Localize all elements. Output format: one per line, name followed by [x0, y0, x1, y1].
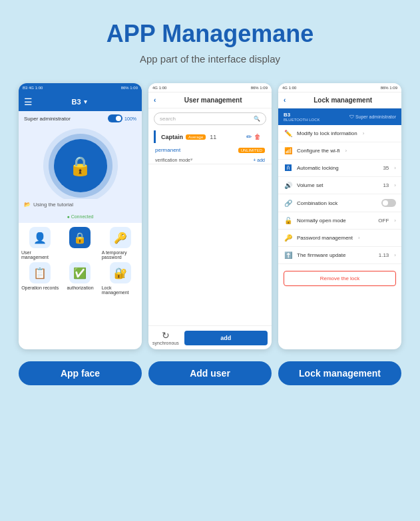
chevron-modify: › — [363, 130, 365, 136]
status-left-2: 4G 1:00 — [152, 86, 166, 90]
status-right-1: 86% 1:00 — [121, 86, 138, 90]
firmware-icon: ⬆️ — [284, 252, 293, 259]
toggle-value: 100% — [124, 116, 136, 121]
sync-label[interactable]: ↻ synchronous — [152, 330, 179, 345]
status-right-3: 86% 1:09 — [381, 86, 397, 90]
screen-lock-management: 4G 1:00 86% 1:09 ‹ Lock management B3 BL… — [278, 83, 401, 349]
search-icon: 🔍 — [254, 116, 260, 122]
s3-menu-modify[interactable]: ✏️ Modify to lock information › — [278, 125, 401, 142]
s3-lock-info: B3 BLUETOOTH LOCK 🛡 Super administrator — [278, 108, 401, 125]
open-mode-icon: 🔓 — [284, 217, 293, 224]
lock-btn-icon: 🔒 — [69, 227, 91, 248]
s2-nav: ‹ User management — [148, 92, 272, 108]
back-icon-2[interactable]: ‹ — [154, 96, 156, 104]
s1-nav: ☰ B3 ▾ — [19, 92, 142, 111]
status-bar-3: 4G 1:00 86% 1:09 — [278, 83, 401, 92]
verify-label: verification mode — [155, 158, 190, 162]
modify-icon: ✏️ — [284, 130, 293, 137]
user-management-icon: 👤 — [29, 227, 51, 248]
chevron-volume: › — [394, 182, 396, 188]
chevron-auto: › — [394, 165, 396, 171]
captain-count: 11 — [210, 134, 216, 140]
s2-search-bar[interactable]: search 🔍 — [154, 112, 266, 125]
add-link[interactable]: + add — [253, 158, 265, 162]
s1-title: B3 ▾ — [71, 98, 87, 106]
s1-icons-grid: 👤 User management 🔒 🔑 A temporary passwo… — [19, 223, 142, 299]
chevron-password: › — [358, 235, 360, 241]
back-icon-3[interactable]: ‹ — [284, 96, 286, 104]
average-badge: Average — [186, 134, 206, 140]
lock-management-icon: 🔐 — [110, 262, 131, 283]
remove-lock-button[interactable]: Remove the lock — [284, 271, 396, 286]
chevron-open: › — [394, 218, 396, 224]
s3-menu-auto-lock[interactable]: 🅰 Automatic locking 35 › — [278, 160, 401, 177]
s2-spacer — [148, 164, 272, 325]
s3-admin-label: 🛡 Super administrator — [349, 114, 396, 119]
delete-icon[interactable]: 🗑 — [254, 133, 261, 140]
edit-icon[interactable]: ✏ — [246, 133, 252, 140]
s1-connected: ● Connected — [19, 214, 142, 223]
chevron-wifi: › — [345, 148, 347, 154]
status-left-1: B3 4G 1:00 — [23, 86, 43, 90]
volume-value: 13 — [383, 182, 389, 188]
add-user-button[interactable]: add — [184, 331, 268, 345]
s3-menu-volume[interactable]: 🔊 Volume set 13 › — [278, 177, 401, 194]
temp-password-icon: 🔑 — [110, 227, 131, 248]
auto-lock-icon: 🅰 — [284, 164, 293, 172]
firmware-value: 1.13 — [379, 252, 389, 258]
chevron-down-icon: ▾ — [84, 98, 87, 105]
s1-op-records[interactable]: 📋 Operation records — [21, 262, 59, 295]
s1-lock-btn[interactable]: 🔒 — [61, 227, 99, 260]
s2-edit-icons: ✏ 🗑 — [246, 133, 261, 140]
status-bar-2: 4G 1:00 86% 1:09 — [148, 83, 272, 92]
admin-toggle[interactable] — [108, 114, 122, 122]
search-placeholder: search — [160, 116, 176, 122]
status-left-3: 4G 1:00 — [282, 86, 296, 90]
s2-captain-row: Captain Average 11 ✏ 🗑 — [154, 130, 266, 143]
s2-bottom-bar: ↻ synchronous add — [148, 325, 272, 349]
s1-tutorial: 📂 Using the tutorial — [19, 199, 142, 214]
lock-icon: 🔒 — [69, 155, 92, 177]
authorization-icon: ✅ — [69, 262, 91, 283]
password-icon: 🔑 — [284, 234, 293, 242]
s1-authorization[interactable]: ✅ authorization — [61, 262, 99, 295]
open-mode-value: OFF — [378, 218, 389, 224]
combo-lock-toggle[interactable] — [381, 199, 396, 207]
chevron-firmware: › — [394, 252, 396, 258]
folder-icon: 📂 — [24, 202, 31, 208]
s1-lock-management[interactable]: 🔐 Lock management — [102, 262, 139, 295]
volume-icon: 🔊 — [284, 182, 293, 189]
s3-menu-open-mode[interactable]: 🔓 Normally open mode OFF › — [278, 212, 401, 230]
shield-icon: 🛡 — [349, 114, 354, 119]
label-add-user[interactable]: Add user — [148, 361, 272, 385]
auto-lock-value: 35 — [383, 165, 389, 171]
s1-lock-area: 🔒 — [19, 126, 142, 199]
s3-lock-name: B3 — [284, 112, 320, 118]
s3-menu-firmware[interactable]: ⬆️ The firmware update 1.13 › — [278, 247, 401, 264]
s3-nav: ‹ Lock management — [278, 92, 401, 108]
label-lock-management[interactable]: Lock management — [278, 361, 401, 385]
s1-user-management[interactable]: 👤 User management — [21, 227, 59, 260]
permanent-label: permanent — [155, 147, 180, 153]
s3-menu-password[interactable]: 🔑 Password management › — [278, 230, 401, 247]
s2-perm-row: permanent UNLIMITED — [148, 144, 272, 156]
screen-add-user: 4G 1:00 86% 1:09 ‹ User management searc… — [148, 83, 272, 349]
lock-circle[interactable]: 🔒 — [54, 139, 107, 192]
dot-icon: ● — [67, 214, 69, 219]
status-bar-1: B3 4G 1:00 86% 1:00 — [19, 83, 142, 92]
label-app-face[interactable]: App face — [19, 361, 142, 385]
screen-app-face: B3 4G 1:00 86% 1:00 ☰ B3 ▾ Super adminis… — [19, 83, 142, 349]
s3-menu-wifi[interactable]: 📶 Configure the wi-fi › — [278, 142, 401, 160]
status-right-2: 86% 1:09 — [251, 86, 268, 90]
wifi-icon: 📶 — [284, 147, 293, 154]
s1-admin-row: Super administrator 100% — [19, 111, 142, 126]
combo-lock-icon: 🔗 — [284, 200, 293, 207]
s3-menu-combo-lock[interactable]: 🔗 Combination lock — [278, 194, 401, 212]
s1-temp-password[interactable]: 🔑 A temporary password — [102, 227, 139, 260]
page-title: APP Managemane — [106, 20, 314, 48]
hamburger-icon[interactable]: ☰ — [24, 96, 33, 107]
unlimited-badge: UNLIMITED — [238, 148, 265, 153]
chevron-down-icon-2: ▾ — [190, 157, 193, 162]
op-records-icon: 📋 — [29, 262, 51, 283]
admin-label: Super administrator — [24, 116, 71, 122]
